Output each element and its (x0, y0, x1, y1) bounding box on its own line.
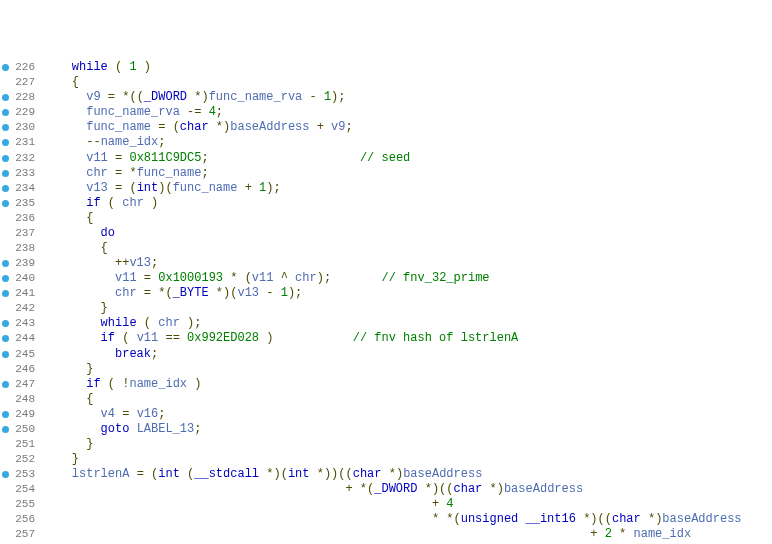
code-content[interactable]: + 4 (37, 497, 453, 512)
code-line[interactable]: 256 * *(unsigned __int16 *)((char *)base… (0, 512, 772, 527)
code-content[interactable]: lstrlenA = (int (__stdcall *)(int *))((c… (37, 467, 482, 482)
code-content[interactable]: while ( chr ); (37, 316, 201, 331)
breakpoint-gutter[interactable] (0, 139, 11, 146)
code-content[interactable]: ++v13; (37, 256, 158, 271)
breakpoint-gutter[interactable] (0, 94, 11, 101)
token: )( (158, 181, 172, 195)
token (43, 316, 101, 330)
code-content[interactable]: { (37, 75, 79, 90)
breakpoint-gutter[interactable] (0, 290, 11, 297)
code-content[interactable]: v11 = 0x811C9DC5; // seed (37, 151, 410, 166)
code-line[interactable]: 242 } (0, 301, 772, 316)
code-line[interactable]: 254 + *(_DWORD *)((char *)baseAddress (0, 482, 772, 497)
code-line[interactable]: 246 } (0, 362, 772, 377)
code-line[interactable]: 236 { (0, 211, 772, 226)
breakpoint-gutter[interactable] (0, 109, 11, 116)
code-line[interactable]: 228 v9 = *((_DWORD *)func_name_rva - 1); (0, 90, 772, 105)
code-line[interactable]: 249 v4 = v16; (0, 407, 772, 422)
token (43, 211, 86, 225)
code-editor[interactable]: 226 while ( 1 )227 {228 v9 = *((_DWORD *… (0, 60, 772, 544)
code-line[interactable]: 248 { (0, 392, 772, 407)
code-content[interactable]: } (37, 452, 79, 467)
breakpoint-gutter[interactable] (0, 351, 11, 358)
token: unsigned (461, 512, 519, 526)
token: v9 (86, 90, 100, 104)
code-content[interactable]: if ( !name_idx ) (37, 377, 201, 392)
code-content[interactable]: { (37, 211, 93, 226)
breakpoint-gutter[interactable] (0, 426, 11, 433)
code-content[interactable]: goto LABEL_13; (37, 422, 201, 437)
token (43, 120, 86, 134)
breakpoint-gutter[interactable] (0, 471, 11, 478)
code-content[interactable]: break; (37, 347, 158, 362)
line-number: 253 (11, 467, 37, 482)
code-line[interactable]: 251 } (0, 437, 772, 452)
code-content[interactable]: v11 = 0x1000193 * (v11 ^ chr); // fnv_32… (37, 271, 490, 286)
code-line[interactable]: 233 chr = *func_name; (0, 166, 772, 181)
code-line[interactable]: 240 v11 = 0x1000193 * (v11 ^ chr); // fn… (0, 271, 772, 286)
code-line[interactable]: 244 if ( v11 == 0x992ED028 ) // fnv hash… (0, 331, 772, 346)
code-line[interactable]: 257 + 2 * name_idx (0, 527, 772, 542)
breakpoint-gutter[interactable] (0, 185, 11, 192)
code-line[interactable]: 238 { (0, 241, 772, 256)
code-line[interactable]: 237 do (0, 226, 772, 241)
code-line[interactable]: 230 func_name = (char *)baseAddress + v9… (0, 120, 772, 135)
code-content[interactable]: v13 = (int)(func_name + 1); (37, 181, 281, 196)
token (43, 422, 101, 436)
code-content[interactable]: chr = *func_name; (37, 166, 209, 181)
code-content[interactable]: do (37, 226, 115, 241)
code-line[interactable]: 232 v11 = 0x811C9DC5; // seed (0, 150, 772, 165)
code-line[interactable]: 226 while ( 1 ) (0, 60, 772, 75)
code-content[interactable]: v4 = v16; (37, 407, 165, 422)
breakpoint-gutter[interactable] (0, 275, 11, 282)
code-content[interactable]: if ( chr ) (37, 196, 158, 211)
code-content[interactable]: func_name_rva -= 4; (37, 105, 223, 120)
breakpoint-gutter[interactable] (0, 170, 11, 177)
code-line[interactable]: 241 chr = *(_BYTE *)(v13 - 1); (0, 286, 772, 301)
code-line[interactable]: 227 { (0, 75, 772, 90)
code-content[interactable]: } (37, 437, 93, 452)
code-line[interactable]: 253 lstrlenA = (int (__stdcall *)(int *)… (0, 467, 772, 482)
code-content[interactable]: } (37, 362, 93, 377)
breakpoint-gutter[interactable] (0, 155, 11, 162)
code-content[interactable]: func_name = (char *)baseAddress + v9; (37, 120, 353, 135)
code-line[interactable]: 245 break; (0, 346, 772, 361)
token: func_name_rva (209, 90, 303, 104)
code-content[interactable]: * *(unsigned __int16 *)((char *)baseAddr… (37, 512, 742, 527)
token: break (115, 347, 151, 361)
code-line[interactable]: 243 while ( chr ); (0, 316, 772, 331)
breakpoint-gutter[interactable] (0, 335, 11, 342)
token (144, 467, 151, 481)
breakpoint-gutter[interactable] (0, 64, 11, 71)
code-line[interactable]: 231 --name_idx; (0, 135, 772, 150)
code-content[interactable]: --name_idx; (37, 135, 165, 150)
breakpoint-gutter[interactable] (0, 200, 11, 207)
breakpoint-dot-icon (2, 320, 9, 327)
code-line[interactable]: 252 } (0, 452, 772, 467)
code-content[interactable]: chr = *(_BYTE *)(v13 - 1); (37, 286, 302, 301)
code-content[interactable]: } (37, 301, 108, 316)
code-content[interactable]: + *(_DWORD *)((char *)baseAddress (37, 482, 583, 497)
breakpoint-gutter[interactable] (0, 381, 11, 388)
breakpoint-gutter[interactable] (0, 124, 11, 131)
code-content[interactable]: if ( v11 == 0x992ED028 ) // fnv hash of … (37, 331, 518, 346)
code-line[interactable]: 250 goto LABEL_13; (0, 422, 772, 437)
code-content[interactable]: + 2 * name_idx (37, 527, 691, 542)
code-line[interactable]: 255 + 4 (0, 497, 772, 512)
code-content[interactable]: { (37, 392, 93, 407)
breakpoint-gutter[interactable] (0, 320, 11, 327)
code-line[interactable]: 235 if ( chr ) (0, 196, 772, 211)
breakpoint-gutter[interactable] (0, 260, 11, 267)
breakpoint-gutter[interactable] (0, 411, 11, 418)
code-line[interactable]: 247 if ( !name_idx ) (0, 377, 772, 392)
code-line[interactable]: 239 ++v13; (0, 256, 772, 271)
code-content[interactable]: v9 = *((_DWORD *)func_name_rva - 1); (37, 90, 346, 105)
breakpoint-dot-icon (2, 260, 9, 267)
token (180, 316, 187, 330)
line-number: 231 (11, 135, 37, 150)
code-line[interactable]: 234 v13 = (int)(func_name + 1); (0, 181, 772, 196)
code-line[interactable]: 229 func_name_rva -= 4; (0, 105, 772, 120)
code-content[interactable]: while ( 1 ) (37, 60, 151, 75)
token: * (389, 467, 396, 481)
code-content[interactable]: { (37, 241, 108, 256)
